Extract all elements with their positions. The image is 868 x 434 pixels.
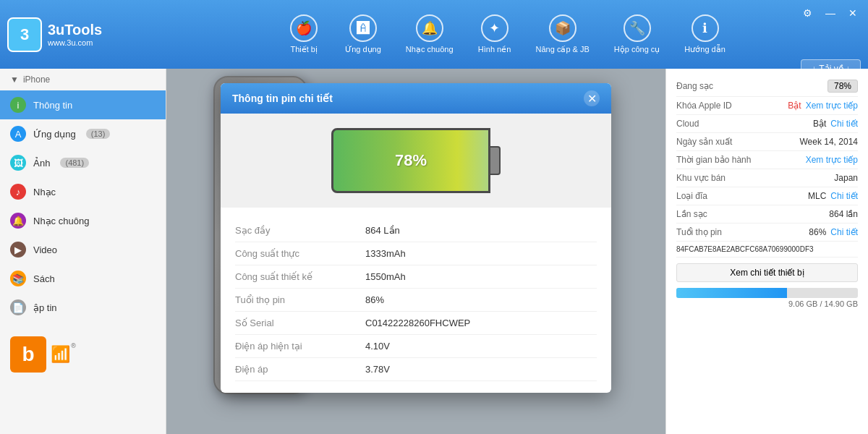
collapse-icon[interactable]: ▼ [10,75,19,85]
cloud-chitiet[interactable]: Chi tiết [830,119,858,129]
nav-item-nhac-chuong[interactable]: 🔔 Nhạc chuông [397,10,462,59]
nav-items: 🍎 Thiết bị 🅰 Ứng dụng 🔔 Nhạc chuông ✦ Hì… [152,10,861,59]
battery-life-chitiet[interactable]: Chi tiết [830,227,858,237]
dialog-row: Công suất thực 1333mAh [235,242,597,265]
logo-area: 3 3uTools www.3u.com [7,17,152,52]
sidebar-item-thong-tin[interactable]: i Thông tin [0,90,166,119]
nav-item-thiet-bi[interactable]: 🍎 Thiết bị [278,10,329,59]
nav-label-hinh-nen: Hình nền [478,45,511,54]
nav-icon-nang-cap-jb: 📦 [549,14,576,42]
battery-life-label: Tuổi thọ pin [676,227,722,237]
app-name: 3uTools [48,22,102,38]
cloud-label: Cloud [676,119,699,129]
manufacture-row: Ngày sản xuất Week 14, 2014 [676,133,858,151]
close-x-icon: ✕ [587,92,597,106]
sidebar-item-nhac[interactable]: ♪ Nhạc [0,177,166,206]
nav-item-nang-cap-jb[interactable]: 📦 Nâng cấp & JB [527,10,598,59]
warranty-label: Thời gian bảo hành [676,155,751,165]
logo-text: 3uTools www.3u.com [48,22,102,47]
sidebar-item-tap-tin[interactable]: 📄 ập tin [0,293,166,322]
region-row: Khu vực bán Japan [676,169,858,187]
dialog-header: Thông tin pin chi tiết ✕ [221,83,611,114]
storage-text: 9.06 GB / 14.90 GB [676,299,858,308]
view-detail-label: Xem chi tiết thiết bị [730,268,804,278]
battery-life-row: Tuổi thọ pin 86% Chi tiết [676,224,858,242]
nav-item-huong-dan[interactable]: ℹ Hướng dẫn [676,10,733,59]
nav-icon-nhac-chuong: 🔔 [416,14,443,42]
nav-item-ung-dung[interactable]: 🅰 Ứng dụng [336,10,390,59]
badge-ung-dung: (13) [86,129,111,139]
sidebar-item-video[interactable]: ▶ Video [0,235,166,264]
sidebar-label-tap-tin: ập tin [33,302,57,313]
nav-label-thiet-bi: Thiết bị [290,45,318,54]
manufacture-value: Week 14, 2014 [799,137,858,147]
nav-icon-hinh-nen: ✦ [481,14,509,42]
sidebar-icon-video: ▶ [10,242,26,258]
dialog-row: Số Serial C01422228260FHCWEP [235,312,597,335]
sidebar-icon-nhac: ♪ [10,184,26,200]
sidebar: ▼ iPhone i Thông tin A Ứng dụng (13) 🖼 Ả… [0,69,166,434]
settings-btn[interactable]: ⚙ [799,6,816,20]
tai-ve-button[interactable]: ↓ Tải về ↓ [801,59,861,78]
dialog-row-label: Tuổi thọ pin [235,294,365,305]
wifi-signal-icon: 📶 ® [51,345,70,364]
content-area: Thông tin pin chi tiết ✕ 78% Sạc đầy [166,69,665,434]
dialog-row-value: 4.10V [365,341,390,352]
disk-type: MLC [808,191,826,201]
close-btn[interactable]: ✕ [845,6,861,20]
battery-visual: 78% [331,128,501,193]
nav-item-hop-cong-cu[interactable]: 🔧 Hộp công cụ [605,10,669,59]
badge-anh: (481) [60,158,89,168]
dialog-row: Công suất thiết kế 1550mAh [235,265,597,289]
sidebar-item-anh[interactable]: 🖼 Ảnh (481) [0,148,166,177]
logo-number: 3 [20,25,29,44]
battery-percent-display: 78% [395,151,427,170]
dialog-battery-area: 78% [221,114,611,208]
disk-row: Loại đĩa MLC Chi tiết [676,187,858,205]
serial-value: 84FCAB7E8AE2ABCFC68A70699000DF3 [676,245,814,253]
minimize-btn[interactable]: — [822,6,839,20]
dialog-row: Điện áp 3.78V [235,358,597,381]
nav-icon-hop-cong-cu: 🔧 [624,14,651,42]
view-detail-button[interactable]: Xem chi tiết thiết bị [676,263,858,282]
section-label: iPhone [23,75,50,85]
dialog-body: Sạc đầy 864 Lần Công suất thực 1333mAh C… [221,208,611,393]
sidebar-label-video: Video [33,244,57,255]
battery-dialog: Thông tin pin chi tiết ✕ 78% Sạc đầy [221,83,611,393]
sidebar-item-sach[interactable]: 📚 Sách [0,264,166,293]
manufacture-label: Ngày sản xuất [676,137,732,147]
dialog-row: Điện áp hiện tại 4.10V [235,335,597,358]
sidebar-item-ung-dung[interactable]: A Ứng dụng (13) [0,119,166,148]
sidebar-icon-ung-dung: A [10,126,26,142]
battery-body: 78% [331,128,490,193]
charge-count-label: Lần sạc [676,209,707,219]
storage-bar-container [676,288,858,298]
warranty-xem[interactable]: Xem trực tiếp [806,155,858,165]
battery-life-pct: 86% [809,227,826,237]
dialog-row-label: Công suất thực [235,248,365,259]
sidebar-icon-sach: 📚 [10,271,26,286]
dialog-row-label: Số Serial [235,318,365,328]
nav-label-nhac-chuong: Nhạc chuông [406,45,454,54]
dialog-row: Sạc đầy 864 Lần [235,219,597,242]
apple-id-label: Khóa Apple ID [676,101,732,111]
dialog-close-button[interactable]: ✕ [584,90,600,106]
region-value: Japan [834,173,858,183]
sidebar-label-nhac: Nhạc [33,187,56,197]
charge-count-value: 864 lần [829,209,858,219]
apple-id-row: Khóa Apple ID Bật Xem trực tiếp [676,97,858,115]
disk-chitiet[interactable]: Chi tiết [830,191,858,201]
cloud-row: Cloud Bật Chi tiết [676,115,858,133]
sidebar-logo-bottom: b 📶 ® [0,329,166,380]
sidebar-icon-thong-tin: i [10,97,26,113]
storage-bar-fill [676,288,787,298]
dialog-row-label: Điện áp hiện tại [235,341,365,352]
nav-icon-thiet-bi: 🍎 [290,14,318,42]
sidebar-item-nhac-chuong[interactable]: 🔔 Nhạc chuông [0,206,166,235]
disk-label: Loại đĩa [676,191,707,201]
nav-item-hinh-nen[interactable]: ✦ Hình nền [469,10,520,59]
nav-label-huong-dan: Hướng dẫn [684,45,725,54]
apple-id-xem[interactable]: Xem trực tiếp [806,101,858,111]
sidebar-icon-anh: 🖼 [10,155,26,171]
dialog-title: Thông tin pin chi tiết [232,93,333,104]
